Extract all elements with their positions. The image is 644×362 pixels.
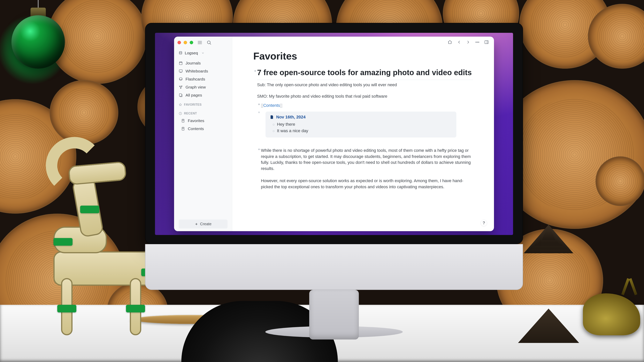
chevron-down-icon xyxy=(201,51,204,54)
help-label: ? xyxy=(482,221,485,225)
imac-screen: Logseq Journals Whiteboards Flashcards xyxy=(155,33,513,235)
nav-whiteboards[interactable]: Whiteboards xyxy=(178,67,229,75)
embed-item[interactable]: It was a nice day xyxy=(277,128,452,134)
svg-rect-3 xyxy=(179,70,182,72)
svg-rect-9 xyxy=(182,119,184,122)
nav-label: Whiteboards xyxy=(186,69,208,73)
section-label: RECENT xyxy=(184,112,197,115)
bullet-dot[interactable] xyxy=(253,67,257,72)
nav-label: Graph view xyxy=(186,85,206,89)
nav-journals[interactable]: Journals xyxy=(178,59,229,67)
favorites-section-header[interactable]: FAVORITES xyxy=(178,99,229,108)
body-paragraph-1[interactable]: While there is no shortage of powerful p… xyxy=(261,146,473,172)
recent-item-label: Contents xyxy=(188,126,204,131)
nav-back-icon[interactable] xyxy=(456,40,462,45)
journal-embed[interactable]: Nov 16th, 2024 Hey there It was a nice d… xyxy=(266,112,456,137)
imac-bezel: Logseq Journals Whiteboards Flashcards xyxy=(145,23,523,244)
window-controls[interactable] xyxy=(178,41,193,44)
page-content[interactable]: Favorites 7 free open-source tools for a… xyxy=(232,48,494,231)
close-window-button[interactable] xyxy=(178,41,181,44)
search-icon[interactable] xyxy=(206,40,212,45)
recent-section-header[interactable]: RECENT xyxy=(178,108,229,117)
svg-rect-10 xyxy=(182,127,184,130)
bullet-dot[interactable] xyxy=(257,146,261,150)
nav-all-pages[interactable]: All pages xyxy=(178,91,229,99)
svg-rect-14 xyxy=(485,41,488,44)
svg-point-12 xyxy=(477,42,478,42)
svg-rect-2 xyxy=(180,62,182,65)
nav-flashcards[interactable]: Flashcards xyxy=(178,75,229,83)
section-label: FAVORITES xyxy=(184,103,202,106)
nav-forward-icon[interactable] xyxy=(466,40,471,45)
right-panel-toggle-icon[interactable] xyxy=(484,40,489,45)
svg-rect-7 xyxy=(180,94,182,96)
contents-link[interactable]: [[Contents]] xyxy=(261,100,282,108)
main-area: Favorites 7 free open-source tools for a… xyxy=(232,37,494,231)
more-icon[interactable] xyxy=(475,40,480,45)
workspace-switcher[interactable]: Logseq xyxy=(178,49,229,59)
imac: Logseq Journals Whiteboards Flashcards xyxy=(145,23,523,336)
minimize-window-button[interactable] xyxy=(184,41,187,44)
maximize-window-button[interactable] xyxy=(190,41,193,44)
page-title[interactable]: Favorites xyxy=(253,50,473,62)
page-heading[interactable]: 7 free open-source tools for amazing pho… xyxy=(257,67,473,80)
green-ornament xyxy=(12,15,65,69)
embed-item[interactable]: Hey there xyxy=(277,121,452,128)
bullet-dot[interactable] xyxy=(257,100,261,105)
bullet-dot[interactable] xyxy=(257,108,261,113)
top-toolbar xyxy=(232,37,494,48)
recent-item-favorites[interactable]: Favorites xyxy=(178,117,229,125)
recent-item-label: Favorites xyxy=(188,118,204,123)
home-icon[interactable] xyxy=(448,40,452,45)
sidebar: Logseq Journals Whiteboards Flashcards xyxy=(174,37,232,231)
create-label: Create xyxy=(200,222,212,226)
nav-label: All pages xyxy=(186,93,202,97)
page-icon xyxy=(270,115,274,119)
nav-label: Journals xyxy=(186,61,200,65)
sub-block[interactable]: Sub: The only open-source photo and vide… xyxy=(257,80,473,88)
menu-icon[interactable] xyxy=(197,40,202,45)
svg-point-11 xyxy=(476,42,476,42)
svg-point-1 xyxy=(179,51,182,52)
embed-date-link[interactable]: Nov 16th, 2024 xyxy=(276,115,306,120)
create-button[interactable]: Create xyxy=(179,220,228,229)
nav-label: Flashcards xyxy=(186,77,205,81)
wooden-tree xyxy=(518,225,579,343)
body-paragraph-2[interactable]: However, not every open-source solution … xyxy=(261,176,473,190)
nav-graph-view[interactable]: Graph view xyxy=(178,83,229,91)
smo-block[interactable]: SMO: My favorite photo and video editing… xyxy=(257,91,473,99)
help-button[interactable]: ? xyxy=(480,220,487,226)
logseq-window: Logseq Journals Whiteboards Flashcards xyxy=(174,37,494,231)
workspace-name: Logseq xyxy=(185,51,198,55)
svg-point-13 xyxy=(478,42,479,42)
recent-item-contents[interactable]: Contents xyxy=(178,125,229,133)
